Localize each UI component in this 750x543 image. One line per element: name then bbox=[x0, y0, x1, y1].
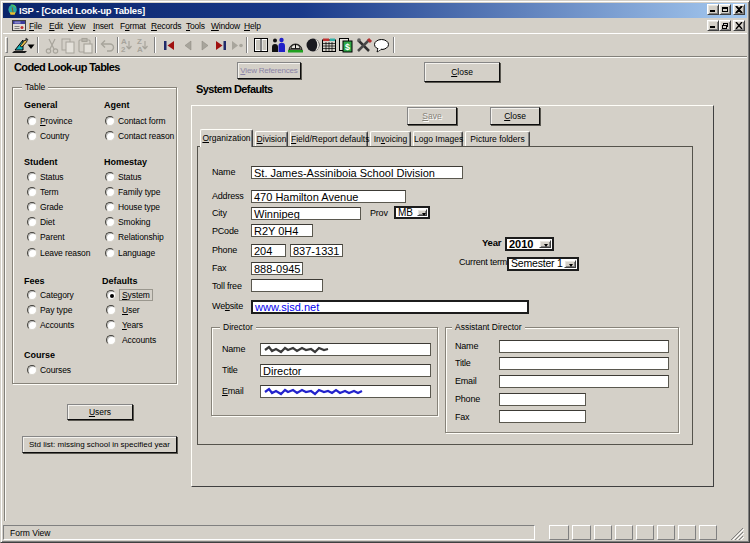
svg-text:$: $ bbox=[345, 42, 350, 52]
svg-text:2: 2 bbox=[121, 45, 126, 54]
